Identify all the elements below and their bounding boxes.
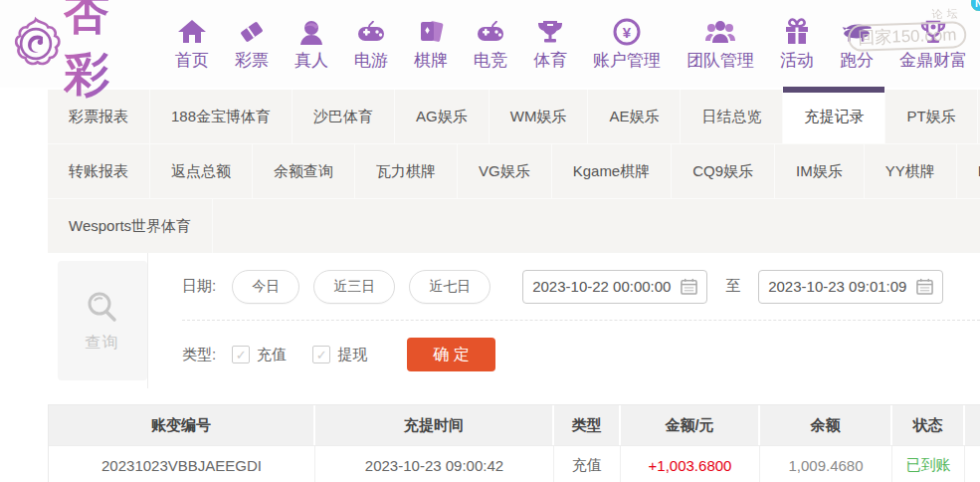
tab-kgame[interactable]: Kgame棋牌	[552, 144, 673, 198]
tab-balance-query[interactable]: 余额查询	[253, 144, 355, 198]
calendar-icon	[681, 278, 697, 295]
badge-n: N	[971, 0, 980, 11]
query-panel: 查询 日期: 今日 近三日 近七日 2023-10-22 00:00:00 至	[48, 253, 980, 388]
nav-label: 团队管理	[686, 49, 754, 72]
date-to-value: 2023-10-23 09:01:09	[768, 278, 906, 295]
query-form: 日期: 今日 近三日 近七日 2023-10-22 00:00:00 至 202…	[147, 253, 980, 388]
nav-label: 首页	[175, 49, 209, 72]
nav-label: 真人	[294, 49, 328, 72]
tab-vg[interactable]: VG娱乐	[458, 144, 552, 198]
quick-3days-button[interactable]: 近三日	[313, 270, 395, 304]
team-group-icon	[704, 16, 736, 48]
tab-wali-chess[interactable]: 瓦力棋牌	[355, 144, 458, 198]
trophy-icon	[534, 16, 566, 48]
withdraw-checkbox-label: 提现	[337, 346, 367, 364]
tab-daily-summary[interactable]: 日结总览	[681, 90, 783, 143]
quick-7days-button[interactable]: 近七日	[409, 270, 490, 304]
nav-team-mgmt[interactable]: 团队管理	[674, 16, 767, 72]
watermark-main-text: 回家150.com	[848, 21, 967, 52]
tab-fb-sports[interactable]: FB体育	[957, 144, 980, 198]
tab-rebate-total[interactable]: 返点总额	[150, 144, 253, 198]
nav-egames[interactable]: H 电游	[341, 16, 401, 72]
tab-transfer-report[interactable]: 转账报表	[48, 144, 150, 198]
tab-cq9[interactable]: CQ9娱乐	[672, 144, 775, 198]
quick-today-button[interactable]: 今日	[232, 270, 299, 304]
date-label: 日期:	[182, 277, 216, 296]
nav-lottery[interactable]: 彩票	[222, 16, 282, 72]
cell-status: 已到账	[892, 445, 965, 482]
tab-wesports[interactable]: Wesports世界体育	[48, 199, 213, 253]
tab-lottery-report[interactable]: 彩票报表	[48, 90, 150, 143]
records-table: 账变编号 充提时间 类型 金额/元 余额 状态 20231023VBBJAEEG…	[48, 404, 980, 482]
nav-label: 彩票	[235, 49, 269, 72]
calendar-icon	[916, 278, 933, 295]
tab-188-sports[interactable]: 188金宝博体育	[150, 90, 293, 143]
tab-yy-chess[interactable]: YY棋牌	[865, 144, 957, 198]
deposit-checkbox-group[interactable]: ✓ 充值	[232, 346, 287, 364]
nav-label: 活动	[780, 49, 814, 72]
date-to-input[interactable]: 2023-10-23 09:01:09	[758, 270, 943, 304]
cell-extra-clipped	[965, 445, 980, 482]
home-icon	[176, 16, 208, 48]
nav-home[interactable]: 首页	[162, 16, 222, 72]
confirm-button[interactable]: 确 定	[407, 338, 495, 371]
header-time: 充提时间	[315, 405, 554, 445]
nav-label: 电游	[354, 49, 388, 72]
ticket-icon	[236, 16, 268, 48]
cell-time: 2023-10-23 09:00:42	[315, 445, 554, 482]
svg-text:¥: ¥	[623, 24, 632, 41]
withdraw-checkbox-group[interactable]: ✓ 提现	[312, 346, 367, 364]
gamepad-icon	[355, 16, 387, 48]
nav-label: 电竞	[474, 49, 507, 72]
tab-deposit-withdraw-records[interactable]: 充提记录	[783, 90, 885, 143]
yuan-coin-icon: ¥	[611, 16, 643, 48]
esports-gamepad-icon	[475, 16, 506, 48]
nav-label: 账户管理	[593, 49, 661, 72]
date-from-input[interactable]: 2023-10-22 00:00:00	[522, 270, 707, 304]
table-row: 20231023VBBJAEEGDI 2023-10-23 09:00:42 充…	[49, 445, 980, 482]
tab-wm[interactable]: WM娱乐	[490, 90, 589, 143]
type-filter-row: 类型: ✓ 充值 ✓ 提现 确 定	[182, 321, 980, 388]
check-icon: ✓	[236, 348, 247, 362]
deposit-checkbox[interactable]: ✓	[232, 346, 250, 363]
date-from-value: 2023-10-22 00:00:00	[532, 278, 671, 295]
header-status: 状态	[892, 405, 965, 445]
type-label: 类型:	[182, 346, 216, 364]
query-side-label: 查询	[85, 333, 120, 354]
watermark: 论坛 回家150.com	[847, 6, 967, 52]
tab-ae[interactable]: AE娱乐	[588, 90, 681, 143]
tab-im[interactable]: IM娱乐	[775, 144, 865, 198]
query-side-block: 查询	[58, 261, 147, 380]
tab-row-2: 转账报表 返点总额 余额查询 瓦力棋牌 VG娱乐 Kgame棋牌 CQ9娱乐 I…	[48, 143, 980, 198]
nav-activity[interactable]: 活动	[767, 16, 827, 72]
nav-esports[interactable]: 电竞	[461, 16, 520, 72]
header-account-change-id: 账变编号	[49, 405, 315, 445]
cell-balance: 1,009.4680	[760, 445, 892, 482]
nav-label: 金鼎财富	[899, 49, 967, 72]
deposit-checkbox-label: 充值	[257, 346, 287, 364]
cell-amount: +1,003.6800	[621, 445, 760, 482]
tab-pt[interactable]: PT娱乐	[885, 90, 977, 143]
search-icon	[84, 289, 121, 327]
top-header: 杏彩 首页 彩票 N 真人	[0, 0, 980, 88]
tab-saba-sports[interactable]: 沙巴体育	[293, 90, 395, 143]
cell-type: 充值	[554, 445, 621, 482]
nav-account-mgmt[interactable]: ¥ 账户管理	[580, 16, 674, 72]
cell-account-change-id: 20231023VBBJAEEGDI	[49, 445, 315, 482]
withdraw-checkbox[interactable]: ✓	[312, 346, 330, 363]
nav-cards[interactable]: 棋牌	[401, 16, 461, 72]
nav-sports[interactable]: N 体育	[520, 16, 580, 72]
cards-icon	[415, 16, 447, 48]
live-person-icon	[295, 16, 327, 48]
nav-label: 棋牌	[414, 49, 448, 72]
tab-ag[interactable]: AG娱乐	[395, 90, 490, 143]
tab-row-1: 彩票报表 188金宝博体育 沙巴体育 AG娱乐 WM娱乐 AE娱乐 日结总览 充…	[48, 90, 980, 143]
report-tab-strip: 彩票报表 188金宝博体育 沙巴体育 AG娱乐 WM娱乐 AE娱乐 日结总览 充…	[48, 90, 980, 253]
header-amount: 金额/元	[621, 405, 760, 445]
gift-icon	[781, 16, 813, 48]
header-type: 类型	[554, 405, 621, 445]
nav-live[interactable]: N 真人	[282, 16, 341, 72]
tab-row-3: Wesports世界体育	[48, 198, 980, 253]
nav-label: 跑分	[840, 49, 874, 72]
logo-flower-icon	[8, 13, 64, 75]
